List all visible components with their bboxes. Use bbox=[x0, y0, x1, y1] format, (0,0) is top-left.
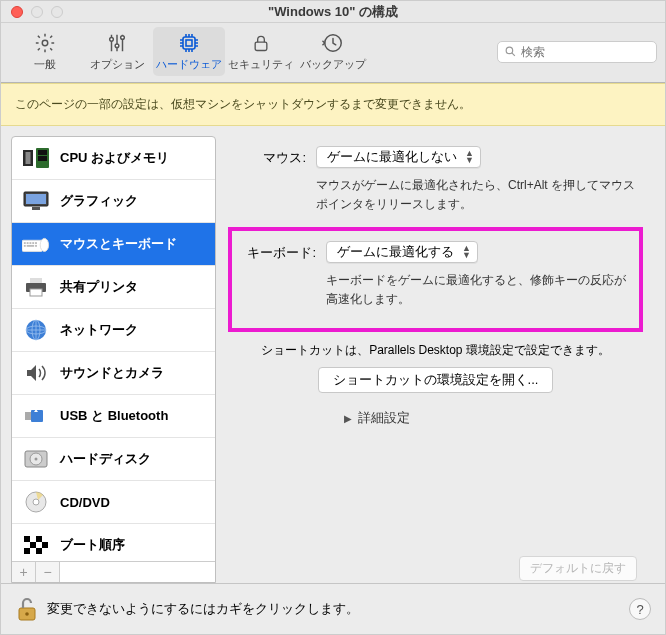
keyboard-select[interactable]: ゲームに最適化する ▲▼ bbox=[326, 241, 478, 263]
globe-icon bbox=[22, 319, 50, 341]
sidebar-item-label: ハードディスク bbox=[60, 450, 151, 468]
disclosure-triangle-icon: ▶ bbox=[344, 413, 352, 424]
mouse-label: マウス: bbox=[234, 146, 306, 167]
sidebar-item-label: CD/DVD bbox=[60, 495, 110, 510]
config-window: "Windows 10" の構成 一般 オプション ハードウェア セキュリティ bbox=[0, 0, 666, 635]
warning-banner: このページの一部の設定は、仮想マシンをシャットダウンするまで変更できません。 bbox=[1, 83, 665, 126]
tab-options[interactable]: オプション bbox=[81, 27, 153, 76]
monitor-icon bbox=[22, 190, 50, 212]
svg-rect-20 bbox=[29, 242, 31, 244]
keyboard-select-value: ゲームに最適化する bbox=[337, 243, 454, 261]
checkered-icon bbox=[22, 534, 50, 556]
sidebar-item-usb-bluetooth[interactable]: USB と Bluetooth bbox=[12, 395, 215, 438]
sidebar-item-graphics[interactable]: グラフィック bbox=[12, 180, 215, 223]
svg-point-1 bbox=[110, 38, 114, 42]
sidebar-item-sound-camera[interactable]: サウンドとカメラ bbox=[12, 352, 215, 395]
tab-label: オプション bbox=[90, 57, 145, 72]
window-title: "Windows 10" の構成 bbox=[1, 3, 665, 21]
svg-rect-16 bbox=[32, 207, 40, 210]
svg-point-37 bbox=[35, 458, 38, 461]
sidebar-item-label: ネットワーク bbox=[60, 321, 138, 339]
open-shortcut-prefs-button[interactable]: ショートカットの環境設定を開く... bbox=[318, 367, 554, 393]
cpu-icon bbox=[22, 147, 50, 169]
svg-rect-46 bbox=[36, 548, 42, 554]
sidebar-item-label: グラフィック bbox=[60, 192, 138, 210]
mouse-select-value: ゲームに最適化しない bbox=[327, 148, 457, 166]
search-input[interactable] bbox=[521, 45, 666, 59]
svg-rect-24 bbox=[27, 245, 34, 247]
svg-rect-5 bbox=[186, 40, 192, 46]
svg-rect-41 bbox=[24, 536, 30, 542]
svg-rect-10 bbox=[26, 152, 31, 164]
search-field[interactable] bbox=[497, 41, 657, 63]
lock-icon bbox=[249, 31, 273, 55]
harddisk-icon bbox=[22, 448, 50, 470]
svg-point-3 bbox=[121, 36, 125, 40]
search-icon bbox=[504, 45, 517, 58]
usb-icon bbox=[22, 405, 50, 427]
keyboard-highlight: キーボード: ゲームに最適化する ▲▼ キーボードをゲームに最適化すると、修飾キ… bbox=[228, 227, 643, 332]
tab-label: 一般 bbox=[34, 57, 56, 72]
sliders-icon bbox=[105, 31, 129, 55]
svg-rect-19 bbox=[27, 242, 29, 244]
toolbar: 一般 オプション ハードウェア セキュリティ バックアップ bbox=[1, 23, 665, 83]
sidebar-item-printers[interactable]: 共有プリンタ bbox=[12, 266, 215, 309]
add-device-button[interactable]: + bbox=[12, 562, 36, 582]
sidebar-item-label: ブート順序 bbox=[60, 536, 125, 554]
svg-rect-27 bbox=[30, 278, 42, 283]
chevron-updown-icon: ▲▼ bbox=[462, 245, 471, 259]
gear-icon bbox=[33, 31, 57, 55]
svg-point-26 bbox=[40, 238, 48, 251]
unlock-icon[interactable] bbox=[15, 596, 39, 622]
help-button[interactable]: ? bbox=[629, 598, 651, 620]
tab-label: ハードウェア bbox=[156, 57, 222, 72]
svg-rect-33 bbox=[25, 412, 31, 420]
mouse-select[interactable]: ゲームに最適化しない ▲▼ bbox=[316, 146, 481, 168]
keyboard-label: キーボード: bbox=[244, 241, 316, 262]
svg-point-8 bbox=[506, 47, 513, 54]
svg-rect-42 bbox=[36, 536, 42, 542]
sidebar: CPU およびメモリ グラフィック マウスとキーボード 共有プリンタ ネットワー… bbox=[11, 136, 216, 583]
svg-rect-4 bbox=[183, 37, 195, 49]
chevron-updown-icon: ▲▼ bbox=[465, 150, 474, 164]
tab-security[interactable]: セキュリティ bbox=[225, 27, 297, 76]
svg-rect-22 bbox=[35, 242, 37, 244]
lock-text: 変更できないようにするにはカギをクリックします。 bbox=[47, 600, 359, 618]
sidebar-item-cddvd[interactable]: CD/DVD bbox=[12, 481, 215, 524]
advanced-toggle[interactable]: ▶ 詳細設定 bbox=[344, 409, 637, 427]
sidebar-item-label: CPU およびメモリ bbox=[60, 149, 169, 167]
disc-icon bbox=[22, 491, 50, 513]
tab-backup[interactable]: バックアップ bbox=[297, 27, 369, 76]
sidebar-item-label: USB と Bluetooth bbox=[60, 407, 168, 425]
svg-rect-23 bbox=[24, 245, 26, 247]
speaker-icon bbox=[22, 362, 50, 384]
keyboard-mouse-icon bbox=[22, 233, 50, 255]
sidebar-item-bootorder[interactable]: ブート順序 bbox=[12, 524, 215, 561]
svg-rect-44 bbox=[42, 542, 48, 548]
footer: 変更できないようにするにはカギをクリックします。 ? bbox=[1, 583, 665, 634]
mouse-hint: マウスがゲームに最適化されたら、Ctrl+Alt を押してマウスポインタをリリー… bbox=[316, 176, 637, 213]
svg-rect-15 bbox=[26, 194, 46, 204]
restore-defaults-button[interactable]: デフォルトに戻す bbox=[519, 556, 637, 581]
svg-rect-25 bbox=[35, 245, 37, 247]
keyboard-hint: キーボードをゲームに最適化すると、修飾キーの反応が高速化します。 bbox=[326, 271, 627, 308]
sidebar-item-cpu-memory[interactable]: CPU およびメモリ bbox=[12, 137, 215, 180]
svg-rect-21 bbox=[32, 242, 34, 244]
chip-icon bbox=[177, 31, 201, 55]
sidebar-item-label: マウスとキーボード bbox=[60, 235, 177, 253]
tab-general[interactable]: 一般 bbox=[9, 27, 81, 76]
svg-point-48 bbox=[25, 612, 29, 616]
sidebar-item-harddisk[interactable]: ハードディスク bbox=[12, 438, 215, 481]
tab-hardware[interactable]: ハードウェア bbox=[153, 27, 225, 76]
remove-device-button[interactable]: − bbox=[36, 562, 60, 582]
printer-icon bbox=[22, 276, 50, 298]
svg-rect-6 bbox=[255, 42, 267, 50]
backup-icon bbox=[321, 31, 345, 55]
svg-point-0 bbox=[42, 40, 48, 46]
svg-point-2 bbox=[115, 44, 119, 48]
sidebar-item-mouse-keyboard[interactable]: マウスとキーボード bbox=[12, 223, 215, 266]
svg-rect-45 bbox=[24, 548, 30, 554]
svg-rect-43 bbox=[30, 542, 36, 548]
sidebar-item-network[interactable]: ネットワーク bbox=[12, 309, 215, 352]
advanced-label: 詳細設定 bbox=[358, 409, 410, 427]
